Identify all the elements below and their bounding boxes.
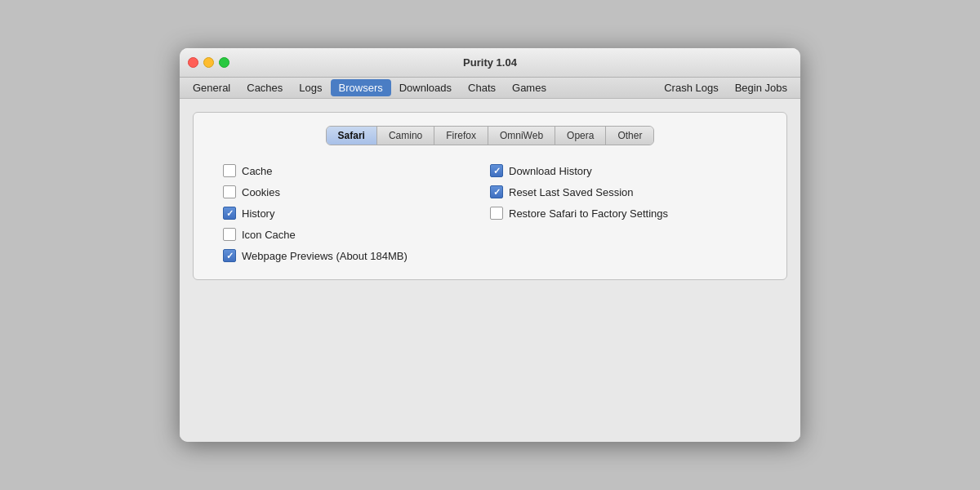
window-title: Purity 1.04 xyxy=(463,56,517,69)
tab-other[interactable]: Other xyxy=(606,127,653,145)
inner-panel: Safari Camino Firefox OmniWeb Opera Othe… xyxy=(193,112,787,280)
option-webpage-previews: ✓ Webpage Previews (About 184MB) xyxy=(223,245,490,266)
content-area: Safari Camino Firefox OmniWeb Opera Othe… xyxy=(180,99,800,442)
menu-crash-logs[interactable]: Crash Logs xyxy=(656,79,726,96)
browser-tabs: Safari Camino Firefox OmniWeb Opera Othe… xyxy=(207,126,773,145)
checkbox-reset-last-saved[interactable]: ✓ xyxy=(490,185,503,198)
menubar: General Caches Logs Browsers Downloads C… xyxy=(180,78,800,99)
menu-caches[interactable]: Caches xyxy=(238,79,291,96)
checkbox-download-history[interactable]: ✓ xyxy=(490,164,503,177)
tab-omniweb[interactable]: OmniWeb xyxy=(488,127,555,145)
minimize-button[interactable] xyxy=(203,57,214,68)
tab-group: Safari Camino Firefox OmniWeb Opera Othe… xyxy=(326,126,655,145)
maximize-button[interactable] xyxy=(219,57,229,68)
checkbox-cache[interactable] xyxy=(223,164,236,177)
checkbox-icon-cache[interactable] xyxy=(223,228,236,241)
menu-general[interactable]: General xyxy=(185,79,238,96)
checkmark-webpage-previews: ✓ xyxy=(226,252,234,261)
checkbox-history[interactable]: ✓ xyxy=(223,207,236,220)
menu-downloads[interactable]: Downloads xyxy=(391,79,460,96)
options-grid: Cache Cookies ✓ History Icon Cac xyxy=(207,160,773,266)
menu-games[interactable]: Games xyxy=(504,79,555,96)
label-restore-factory: Restore Safari to Factory Settings xyxy=(509,207,668,220)
option-cookies: Cookies xyxy=(223,181,490,203)
label-download-history: Download History xyxy=(509,165,592,177)
option-history: ✓ History xyxy=(223,203,490,224)
option-cache: Cache xyxy=(223,160,490,181)
option-restore-factory: Restore Safari to Factory Settings xyxy=(490,203,757,224)
options-right-column: ✓ Download History ✓ Reset Last Saved Se… xyxy=(490,160,757,266)
checkbox-cookies[interactable] xyxy=(223,185,236,198)
checkmark-download-history: ✓ xyxy=(493,167,501,176)
checkbox-restore-factory[interactable] xyxy=(490,207,503,220)
menu-chats[interactable]: Chats xyxy=(460,79,504,96)
option-reset-last-saved: ✓ Reset Last Saved Session xyxy=(490,181,757,203)
menu-logs[interactable]: Logs xyxy=(291,79,330,96)
checkmark-reset-last-saved: ✓ xyxy=(493,188,501,197)
traffic-lights xyxy=(188,57,229,68)
checkmark-history: ✓ xyxy=(226,209,234,218)
options-left-column: Cache Cookies ✓ History Icon Cac xyxy=(223,160,490,266)
menu-browsers[interactable]: Browsers xyxy=(331,79,391,96)
tab-opera[interactable]: Opera xyxy=(555,127,606,145)
label-webpage-previews: Webpage Previews (About 184MB) xyxy=(242,250,408,262)
option-icon-cache: Icon Cache xyxy=(223,224,490,245)
titlebar: Purity 1.04 xyxy=(180,48,800,78)
label-icon-cache: Icon Cache xyxy=(242,229,296,241)
menu-begin-jobs[interactable]: Begin Jobs xyxy=(727,79,795,96)
tab-safari[interactable]: Safari xyxy=(327,127,377,145)
tab-camino[interactable]: Camino xyxy=(377,127,434,145)
label-reset-last-saved: Reset Last Saved Session xyxy=(509,186,633,198)
tab-firefox[interactable]: Firefox xyxy=(434,127,488,145)
label-history: History xyxy=(242,207,274,220)
app-window: Purity 1.04 General Caches Logs Browsers… xyxy=(180,48,800,442)
checkbox-webpage-previews[interactable]: ✓ xyxy=(223,249,236,262)
label-cookies: Cookies xyxy=(242,186,280,198)
close-button[interactable] xyxy=(188,57,198,68)
option-download-history: ✓ Download History xyxy=(490,160,757,181)
label-cache: Cache xyxy=(242,165,273,177)
